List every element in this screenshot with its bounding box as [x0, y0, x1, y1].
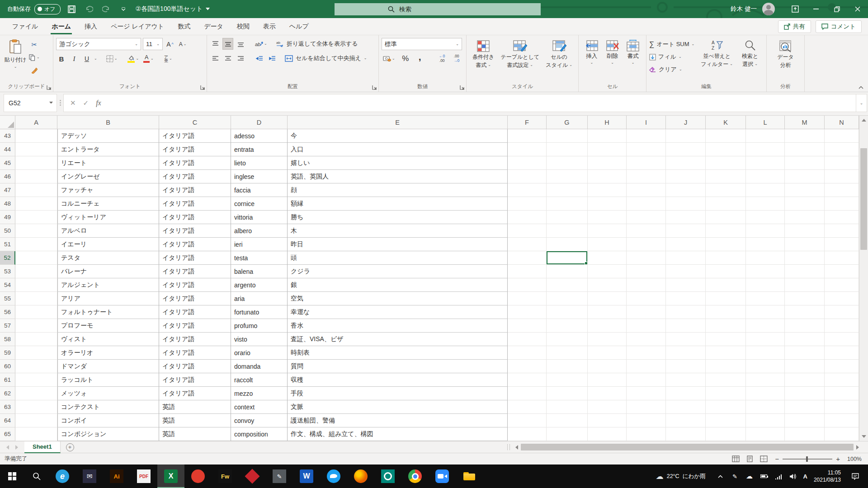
cell-F44[interactable]	[508, 143, 547, 156]
cancel-icon[interactable]: ✕	[70, 99, 76, 107]
name-box[interactable]: G52	[4, 94, 57, 112]
column-header-C[interactable]: C	[159, 116, 231, 129]
cell-E45[interactable]: 嬉しい	[288, 156, 508, 170]
cell-M58[interactable]	[785, 333, 825, 346]
cell-N43[interactable]	[825, 129, 859, 143]
increase-font-button[interactable]: A^	[165, 38, 175, 50]
cell-L49[interactable]	[746, 211, 785, 224]
cell-F60[interactable]	[508, 360, 547, 373]
cell-B48[interactable]: コルニーチェ	[57, 197, 159, 211]
cell-D61[interactable]: raccolt	[231, 373, 288, 387]
fill-handle[interactable]	[585, 262, 588, 265]
cell-I50[interactable]	[627, 224, 666, 238]
menu-tab-2[interactable]: 挿入	[79, 19, 103, 34]
cell-D63[interactable]: context	[231, 400, 288, 414]
cell-A63[interactable]	[15, 400, 57, 414]
row-header-53[interactable]: 53	[0, 265, 15, 278]
cell-D62[interactable]: mezzo	[231, 387, 288, 400]
cell-K46[interactable]	[706, 170, 746, 183]
row-header-60[interactable]: 60	[0, 360, 15, 373]
cell-M55[interactable]	[785, 292, 825, 305]
font-color-button[interactable]: A ⌄	[142, 53, 155, 65]
cell-H60[interactable]	[588, 360, 627, 373]
column-header-J[interactable]: J	[666, 116, 706, 129]
scroll-down-button[interactable]	[859, 432, 868, 441]
collapse-ribbon-button[interactable]	[859, 84, 863, 90]
cell-K44[interactable]	[706, 143, 746, 156]
column-header-M[interactable]: M	[785, 116, 825, 129]
cell-F53[interactable]	[508, 265, 547, 278]
chrome-icon[interactable]	[401, 465, 429, 488]
cell-M54[interactable]	[785, 278, 825, 292]
taskbar-search-button[interactable]	[24, 465, 49, 488]
cell-D50[interactable]: albero	[231, 224, 288, 238]
cell-A45[interactable]	[15, 156, 57, 170]
cell-I48[interactable]	[627, 197, 666, 211]
cell-C55[interactable]: イタリア語	[159, 292, 231, 305]
cell-M45[interactable]	[785, 156, 825, 170]
cell-G48[interactable]	[547, 197, 588, 211]
cell-E46[interactable]: 英語、英国人	[288, 170, 508, 183]
cell-G65[interactable]	[547, 427, 588, 441]
cell-A55[interactable]	[15, 292, 57, 305]
cell-E50[interactable]: 木	[288, 224, 508, 238]
cell-K48[interactable]	[706, 197, 746, 211]
cell-E62[interactable]: 手段	[288, 387, 508, 400]
align-left-button[interactable]	[210, 52, 221, 64]
cell-H61[interactable]	[588, 373, 627, 387]
cell-G61[interactable]	[547, 373, 588, 387]
cell-N55[interactable]	[825, 292, 859, 305]
cell-F56[interactable]	[508, 305, 547, 319]
cell-D55[interactable]: aria	[231, 292, 288, 305]
cell-F48[interactable]	[508, 197, 547, 211]
cell-J61[interactable]	[666, 373, 706, 387]
cell-J48[interactable]	[666, 197, 706, 211]
cell-M49[interactable]	[785, 211, 825, 224]
cell-A50[interactable]	[15, 224, 57, 238]
cell-A64[interactable]	[15, 414, 57, 427]
cell-C53[interactable]: イタリア語	[159, 265, 231, 278]
speaker-icon[interactable]	[789, 472, 797, 480]
cell-F63[interactable]	[508, 400, 547, 414]
cell-I51[interactable]	[627, 238, 666, 251]
cell-K59[interactable]	[706, 346, 746, 360]
cell-B65[interactable]: コンポジション	[57, 427, 159, 441]
cell-K64[interactable]	[706, 414, 746, 427]
font-size-select[interactable]: 11 ⌄	[143, 38, 163, 50]
cell-G49[interactable]	[547, 211, 588, 224]
align-center-button[interactable]	[222, 52, 233, 64]
cell-F55[interactable]	[508, 292, 547, 305]
cell-I65[interactable]	[627, 427, 666, 441]
cell-N44[interactable]	[825, 143, 859, 156]
row-header-43[interactable]: 43	[0, 129, 15, 143]
row-header-57[interactable]: 57	[0, 319, 15, 333]
cell-E60[interactable]: 質問	[288, 360, 508, 373]
column-header-B[interactable]: B	[57, 116, 159, 129]
undo-button[interactable]	[83, 3, 95, 15]
cell-B56[interactable]: フォルトゥナート	[57, 305, 159, 319]
row-header-50[interactable]: 50	[0, 224, 15, 238]
cell-D58[interactable]: visto	[231, 333, 288, 346]
minimize-button[interactable]	[806, 0, 826, 18]
cell-I45[interactable]	[627, 156, 666, 170]
cell-N49[interactable]	[825, 211, 859, 224]
cell-E57[interactable]: 香水	[288, 319, 508, 333]
cell-N61[interactable]	[825, 373, 859, 387]
restore-button[interactable]	[826, 0, 847, 18]
cell-H64[interactable]	[588, 414, 627, 427]
row-header-61[interactable]: 61	[0, 373, 15, 387]
borders-button[interactable]: ⌄	[105, 53, 119, 65]
cell-N62[interactable]	[825, 387, 859, 400]
row-header-58[interactable]: 58	[0, 333, 15, 346]
enter-icon[interactable]: ✓	[83, 99, 89, 107]
pen-tray-icon[interactable]: ✎	[731, 472, 739, 480]
cell-J56[interactable]	[666, 305, 706, 319]
font-dialog-launcher[interactable]	[200, 85, 205, 90]
cell-K57[interactable]	[706, 319, 746, 333]
cell-J49[interactable]	[666, 211, 706, 224]
start-button[interactable]	[0, 465, 24, 488]
cell-F59[interactable]	[508, 346, 547, 360]
cell-L43[interactable]	[746, 129, 785, 143]
zoom-out-button[interactable]: −	[775, 455, 779, 463]
cell-J43[interactable]	[666, 129, 706, 143]
